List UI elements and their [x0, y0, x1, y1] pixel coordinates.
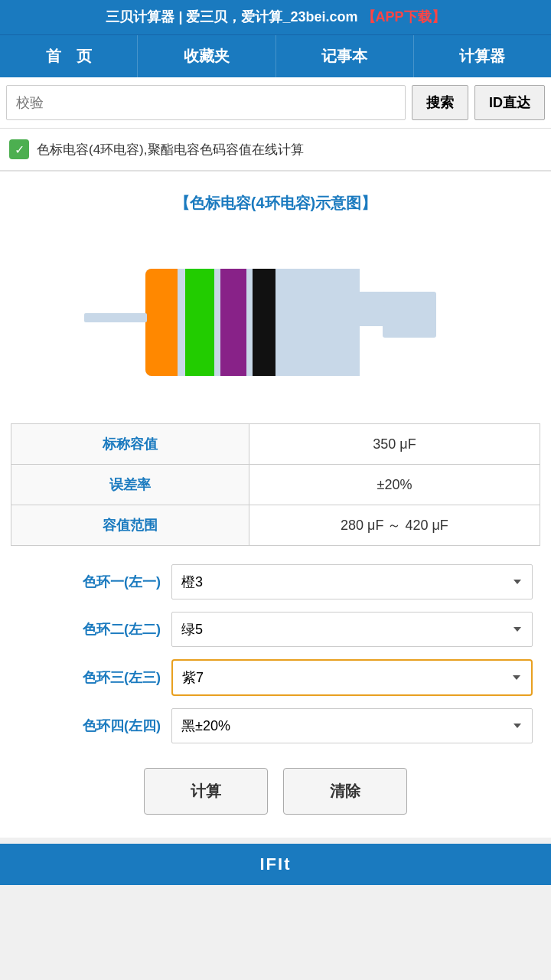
header-banner: 三贝计算器 | 爱三贝，爱计算_23bei.com 【APP下载】 — [0, 0, 551, 34]
svg-rect-8 — [383, 324, 436, 338]
result-value-tolerance: ±20% — [249, 465, 540, 505]
ring1-label: 色环一(左一) — [18, 573, 171, 591]
selector-row-ring4: 色环四(左四) 黑±20% 棕±1%红±2%绿±0.5% 蓝±0.25%紫±0.… — [18, 708, 533, 743]
result-value-capacitance: 350 μF — [249, 424, 540, 465]
svg-rect-9 — [84, 313, 147, 322]
nav-item-home[interactable]: 首 页 — [0, 35, 138, 77]
header-text: 三贝计算器 | 爱三贝，爱计算_23bei.com — [106, 9, 357, 24]
result-row-capacitance: 标称容值 350 μF — [11, 424, 540, 465]
ring3-label: 色环三(左三) — [18, 668, 171, 687]
nav-item-favorites[interactable]: 收藏夹 — [138, 35, 276, 77]
app-download-text[interactable]: 【APP下载】 — [362, 9, 445, 24]
nav-item-calculator[interactable]: 计算器 — [414, 35, 551, 77]
ring1-select[interactable]: 橙3 黑0棕1红2 黄4绿5蓝6 紫7灰8白9 — [171, 564, 533, 599]
search-input[interactable] — [6, 85, 406, 120]
svg-rect-4 — [220, 269, 246, 376]
clear-button[interactable]: 清除 — [283, 768, 407, 815]
search-row: 搜索 ID直达 — [0, 77, 551, 129]
result-row-range: 容值范围 280 μF ～ 420 μF — [11, 505, 540, 546]
action-buttons: 计算 清除 — [11, 756, 540, 822]
ring4-label: 色环四(左四) — [18, 717, 171, 735]
title-check-icon: ✓ — [9, 139, 29, 159]
ring2-select[interactable]: 绿5 黑0棕1红2橙3 黄4蓝6 紫7灰8白9 — [171, 612, 533, 647]
capacitor-diagram — [11, 230, 540, 399]
calc-button[interactable]: 计算 — [144, 768, 268, 815]
title-bar: ✓ 色标电容(4环电容),聚酯电容色码容值在线计算 — [0, 129, 551, 172]
ring2-label: 色环二(左二) — [18, 620, 171, 639]
svg-rect-5 — [253, 269, 276, 376]
search-button[interactable]: 搜索 — [412, 85, 468, 120]
footer: IFIt — [0, 844, 551, 885]
ring4-select[interactable]: 黑±20% 棕±1%红±2%绿±0.5% 蓝±0.25%紫±0.1%灰±0.05… — [171, 708, 533, 743]
svg-rect-2 — [161, 269, 178, 376]
selector-row-ring2: 色环二(左二) 绿5 黑0棕1红2橙3 黄4蓝6 紫7灰8白9 — [18, 612, 533, 647]
results-table: 标称容值 350 μF 误差率 ±20% 容值范围 280 μF ～ 420 μ… — [11, 423, 540, 546]
title-text: 色标电容(4环电容),聚酯电容色码容值在线计算 — [37, 141, 304, 158]
result-value-range: 280 μF ～ 420 μF — [249, 505, 540, 546]
selector-row-ring3: 色环三(左三) 紫7 黑0棕1红2橙3 黄4绿5蓝6 灰8白9 — [18, 659, 533, 696]
diagram-section: 【色标电容(4环电容)示意图】 — [11, 179, 540, 423]
svg-rect-7 — [383, 292, 436, 305]
nav-bar: 首 页 收藏夹 记事本 计算器 — [0, 34, 551, 77]
selectors: 色环一(左一) 橙3 黑0棕1红2 黄4绿5蓝6 紫7灰8白9 色环二(左二) … — [11, 564, 540, 743]
main-content: 【色标电容(4环电容)示意图】 — [0, 172, 551, 838]
diagram-title: 【色标电容(4环电容)示意图】 — [11, 193, 540, 214]
footer-text: IFIt — [260, 854, 292, 874]
result-label-range: 容值范围 — [11, 505, 249, 546]
svg-rect-3 — [185, 269, 214, 376]
id-direct-button[interactable]: ID直达 — [474, 85, 545, 120]
selector-row-ring1: 色环一(左一) 橙3 黑0棕1红2 黄4绿5蓝6 紫7灰8白9 — [18, 564, 533, 599]
result-row-tolerance: 误差率 ±20% — [11, 465, 540, 505]
result-label-capacitance: 标称容值 — [11, 424, 249, 465]
result-label-tolerance: 误差率 — [11, 465, 249, 505]
ring3-select[interactable]: 紫7 黑0棕1红2橙3 黄4绿5蓝6 灰8白9 — [171, 659, 533, 696]
nav-item-notes[interactable]: 记事本 — [276, 35, 414, 77]
